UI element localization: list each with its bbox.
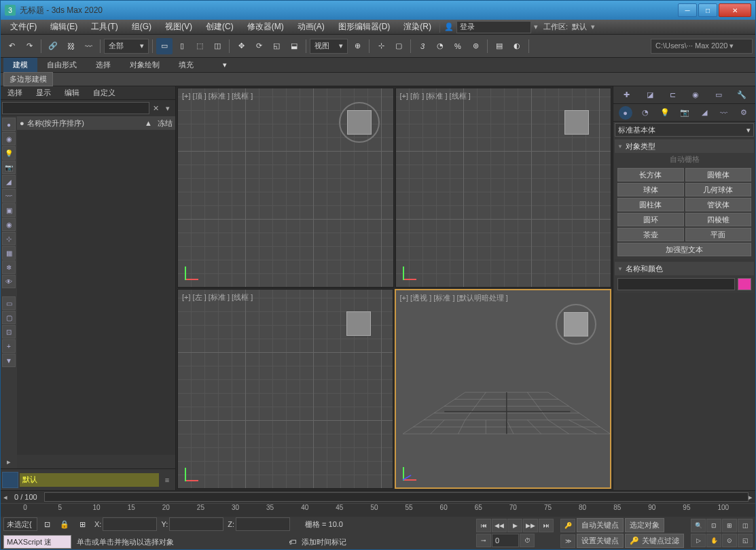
scene-list-header[interactable]: ● 名称(按升序排序) ▲ 冻结 (17, 116, 175, 130)
transform-type-icon[interactable]: ⊞ (74, 516, 90, 532)
bind-spacewarp-button[interactable]: 〰 (80, 38, 96, 54)
viewcube-front[interactable] (556, 102, 597, 143)
down-arrow-icon[interactable]: ▼ (2, 354, 16, 367)
lights-icon[interactable]: 💡 (658, 106, 672, 120)
filter-cameras-icon[interactable]: 📷 (2, 160, 16, 174)
maxscript-listener[interactable]: MAXScript 迷 (3, 535, 71, 549)
viewport-left[interactable]: [+] [左 ] [标准 ] [线框 ] (177, 289, 393, 489)
torus-button[interactable]: 圆环 (617, 213, 684, 226)
percent-snap-button[interactable]: % (450, 38, 466, 54)
zoom-extents-all-button[interactable]: ◫ (738, 519, 753, 532)
selection-filter-dropdown[interactable]: 全部 ▾ (104, 39, 149, 54)
ribbon-tab-selection[interactable]: 选择 (86, 58, 120, 72)
filter-groups-icon[interactable]: ▣ (2, 203, 16, 217)
ribbon-tab-freeform[interactable]: 自由形式 (37, 58, 86, 72)
object-name-input[interactable] (617, 278, 735, 290)
object-color-swatch[interactable] (738, 278, 751, 290)
ribbon-tab-modeling[interactable]: 建模 (3, 58, 37, 72)
viewport-persp-label[interactable]: [+] [透视 ] [标准 ] [默认明暗处理 ] (400, 293, 508, 303)
menu-modifier[interactable]: 修改器(M) (240, 20, 291, 35)
lp-tab-display[interactable]: 显示 (29, 86, 58, 99)
selection-lock-icon[interactable]: 🔒 (56, 516, 73, 532)
redo-button[interactable]: ↷ (21, 38, 37, 54)
goto-end-button[interactable]: ⏭ (539, 519, 554, 532)
display-lights-icon[interactable]: ⊡ (2, 325, 16, 339)
select-manipulate-button[interactable]: ⊹ (373, 38, 389, 54)
modify-tab-icon[interactable]: ◪ (643, 88, 657, 102)
time-ruler[interactable]: 0 5 10 15 20 25 30 35 40 45 50 55 60 65 … (1, 503, 755, 517)
object-type-header[interactable]: 对象类型 (615, 139, 754, 153)
add-button-icon[interactable]: + (2, 339, 16, 353)
viewport-front-label[interactable]: [+] [前 ] [标准 ] [线框 ] (400, 91, 471, 101)
viewport-top-label[interactable]: [+] [顶 ] [标准 ] [线框 ] (182, 91, 253, 101)
zoom-all-button[interactable]: ⊡ (706, 519, 721, 532)
sphere-button[interactable]: 球体 (617, 183, 684, 196)
filter-spacewarps-icon[interactable]: 〰 (2, 189, 16, 203)
filter-xrefs-icon[interactable]: ◉ (2, 218, 16, 231)
current-frame-input[interactable]: 0 (492, 534, 519, 547)
scene-list[interactable] (17, 130, 175, 455)
isolate-toggle-icon[interactable]: ⊡ (39, 516, 55, 532)
lp-tab-select[interactable]: 选择 (1, 86, 29, 99)
shapes-icon[interactable]: ◔ (638, 106, 652, 120)
filter-helpers-icon[interactable]: ◢ (2, 175, 16, 188)
viewport-left-label[interactable]: [+] [左 ] [标准 ] [线框 ] (182, 292, 253, 303)
filter-hidden-icon[interactable]: 👁 (2, 275, 16, 288)
placement-button[interactable]: ⬓ (286, 38, 302, 54)
menu-animation[interactable]: 动画(A) (291, 20, 331, 35)
link-button[interactable]: 🔗 (45, 38, 61, 54)
y-coord-input[interactable] (169, 517, 223, 531)
hierarchy-tab-icon[interactable]: ⊏ (666, 88, 680, 102)
named-selection-button[interactable]: ▤ (491, 38, 507, 54)
search-options-button[interactable]: ▾ (162, 104, 174, 113)
menu-graph-editor[interactable]: 图形编辑器(D) (331, 20, 397, 35)
select-name-button[interactable]: ▯ (174, 38, 190, 54)
menu-file[interactable]: 文件(F) (3, 20, 43, 35)
select-rect-button[interactable]: ⬚ (192, 38, 208, 54)
ribbon-polygon-modeling[interactable]: 多边形建模 (3, 72, 53, 86)
viewport-layout-button[interactable] (2, 472, 18, 488)
scene-search-input[interactable] (2, 102, 149, 114)
keyboard-shortcut-button[interactable]: ▢ (391, 38, 407, 54)
create-tab-icon[interactable]: ✚ (620, 88, 634, 102)
rotate-button[interactable]: ⟳ (251, 38, 267, 54)
textplus-button[interactable]: 加强型文本 (617, 243, 751, 256)
prev-frame-button[interactable]: ◀◀ (492, 519, 507, 532)
z-coord-input[interactable] (236, 517, 290, 531)
menu-view[interactable]: 视图(V) (158, 20, 199, 35)
box-button[interactable]: 长方体 (617, 168, 684, 182)
ribbon-collapse-button[interactable]: ▾ (217, 57, 233, 73)
viewcube-top[interactable] (339, 102, 380, 143)
login-input[interactable]: 登录 (456, 21, 531, 33)
display-tab-icon[interactable]: ▭ (712, 88, 725, 102)
geosphere-button[interactable]: 几何球体 (685, 183, 752, 196)
cylinder-button[interactable]: 圆柱体 (617, 198, 684, 211)
time-slider[interactable]: ◂ 0 / 100 ▸ (1, 491, 755, 503)
select-object-button[interactable]: ▭ (156, 38, 173, 54)
maximize-viewport-button[interactable]: ◱ (738, 534, 753, 547)
filter-containers-icon[interactable]: ▦ (2, 246, 16, 260)
goto-start-button[interactable]: ⏮ (476, 519, 491, 532)
display-geometry-icon[interactable]: ▭ (2, 296, 16, 310)
clear-search-button[interactable]: ✕ (149, 104, 162, 113)
maximize-button[interactable]: □ (698, 3, 717, 17)
set-key-mode-button[interactable]: 设置关键点 (577, 534, 624, 548)
viewcube-left[interactable] (338, 303, 379, 344)
snap-toggle-button[interactable]: 3 (414, 38, 431, 54)
zoom-button[interactable]: 🔍 (691, 519, 706, 532)
name-color-header[interactable]: 名称和颜色 (615, 262, 754, 275)
close-button[interactable]: ✕ (719, 3, 751, 17)
unlink-button[interactable]: ⛓ (62, 38, 79, 54)
category-dropdown[interactable]: 标准基本体▾ (615, 123, 754, 137)
ribbon-tab-populate[interactable]: 填充 (169, 58, 203, 72)
pan-button[interactable]: ✋ (706, 534, 721, 547)
zoom-extents-button[interactable]: ⊞ (722, 519, 737, 532)
add-time-tag-button[interactable]: 添加时间标记 (302, 537, 346, 547)
menu-edit[interactable]: 编辑(E) (43, 20, 84, 35)
key-mode-toggle[interactable]: ⊸ (476, 534, 491, 547)
selected-object-dropdown[interactable]: 选定对象 (625, 518, 664, 532)
pivot-button[interactable]: ⊕ (349, 38, 365, 54)
layer-manager-icon[interactable]: ≡ (160, 476, 174, 484)
set-key-button[interactable]: 🔑 (560, 519, 575, 532)
x-coord-input[interactable] (103, 517, 157, 531)
